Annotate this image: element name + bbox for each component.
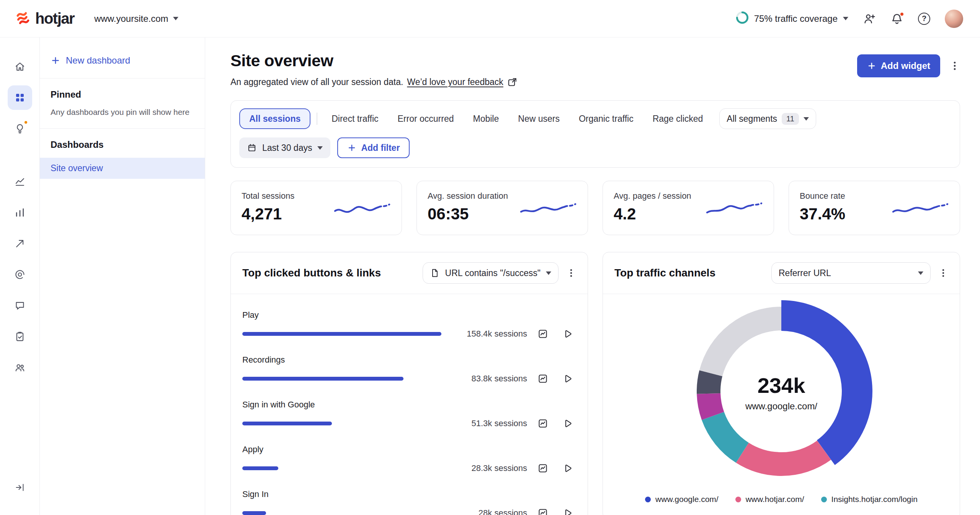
notifications-button[interactable] <box>890 12 903 25</box>
play-recordings-button[interactable] <box>559 459 576 477</box>
external-link-icon <box>507 77 518 87</box>
sessions-count: 28.3k sessions <box>456 463 527 473</box>
bar <box>242 377 403 381</box>
play-recordings-button[interactable] <box>559 504 576 515</box>
sparkline-chart <box>892 195 949 219</box>
stat-value: 06:35 <box>428 205 508 223</box>
page-overflow-menu[interactable] <box>949 60 960 71</box>
feedback-link[interactable]: We’d love your feedback <box>407 77 503 87</box>
site-selector-label: www.yoursite.com <box>94 13 168 24</box>
segment-tab-error-occurred[interactable]: Error occurred <box>388 108 464 129</box>
play-recordings-button[interactable] <box>559 325 576 343</box>
widget-divider <box>603 294 960 294</box>
nav-surveys[interactable] <box>8 324 32 349</box>
nav-heatmaps[interactable] <box>8 262 32 287</box>
plus-icon <box>347 143 356 152</box>
nav-dashboards[interactable] <box>8 85 32 110</box>
all-segments-dropdown[interactable]: All segments 11 <box>719 108 816 129</box>
plus-icon <box>867 61 876 70</box>
dashboards-icon <box>14 92 26 103</box>
date-range-dropdown[interactable]: Last 30 days <box>239 137 330 158</box>
play-recordings-button[interactable] <box>559 370 576 387</box>
segment-tab-all-sessions[interactable]: All sessions <box>239 108 310 129</box>
users-icon <box>14 362 26 373</box>
stat-label: Bounce rate <box>800 191 845 201</box>
page-subtitle: An aggregated view of all your session d… <box>230 77 403 87</box>
sidebar-divider <box>40 128 205 129</box>
add-widget-button[interactable]: Add widget <box>857 54 940 77</box>
nav-funnels[interactable] <box>8 200 32 225</box>
widget-overflow-menu[interactable] <box>566 268 576 278</box>
help-button[interactable]: ? <box>918 13 930 25</box>
widget-traffic-channels: Top traffic channels Referrer URL <box>603 252 960 515</box>
legend-item: www.google.com/ <box>645 495 719 504</box>
invite-user-button[interactable] <box>863 12 876 25</box>
view-heatmap-button[interactable] <box>534 415 552 432</box>
stat-value: 37.4% <box>800 205 845 223</box>
list-item: Play 158.4k sessions <box>242 310 576 343</box>
legend-dot <box>735 497 741 502</box>
segment-tab-organic-traffic[interactable]: Organic traffic <box>569 108 643 129</box>
chevron-down-icon <box>918 271 923 275</box>
kebab-icon <box>949 60 960 71</box>
segment-tab-new-users[interactable]: New users <box>508 108 569 129</box>
collapse-arrow-icon <box>15 482 25 493</box>
funnels-icon <box>14 207 26 218</box>
nav-rail <box>0 38 40 515</box>
chevron-down-icon <box>804 117 809 121</box>
page-title: Site overview <box>230 51 518 70</box>
widget-title: Top clicked buttons & links <box>242 267 381 279</box>
stats-row: Total sessions 4,271 Avg. session durati… <box>230 181 960 235</box>
clicked-element-label: Apply <box>242 445 576 455</box>
main-content: Site overview An aggregated view of all … <box>205 38 980 515</box>
stat-card-session-duration: Avg. session duration 06:35 <box>416 181 588 235</box>
view-heatmap-button[interactable] <box>534 459 552 477</box>
hotjar-logo[interactable]: hotjar <box>15 10 74 28</box>
view-heatmap-button[interactable] <box>534 504 552 515</box>
plus-icon <box>51 56 60 65</box>
traffic-coverage-selector[interactable]: 75% traffic coverage <box>736 11 848 26</box>
add-filter-label: Add filter <box>361 143 400 153</box>
calendar-icon <box>247 143 257 153</box>
nav-trends[interactable] <box>8 169 32 194</box>
chevron-down-icon <box>546 271 551 275</box>
kebab-icon <box>938 268 948 278</box>
url-filter-dropdown[interactable]: URL contains "/success" <box>423 262 559 284</box>
user-avatar[interactable] <box>945 10 963 28</box>
referrer-dropdown[interactable]: Referrer URL <box>771 262 931 284</box>
segment-separator <box>317 113 317 125</box>
collapse-sidebar-button[interactable] <box>8 475 32 500</box>
add-widget-label: Add widget <box>881 60 930 71</box>
topbar: hotjar www.yoursite.com 75% traffic cove… <box>0 0 980 38</box>
trends-icon <box>14 176 26 187</box>
sidebar-item-site-overview[interactable]: Site overview <box>40 158 205 179</box>
nav-feedback[interactable] <box>8 293 32 318</box>
nav-home[interactable] <box>8 54 32 79</box>
segment-tab-direct-traffic[interactable]: Direct traffic <box>322 108 388 129</box>
nav-journeys[interactable] <box>8 231 32 256</box>
widget-overflow-menu[interactable] <box>938 268 948 278</box>
hotjar-app: hotjar www.yoursite.com 75% traffic cove… <box>0 0 980 515</box>
new-dashboard-label: New dashboard <box>66 55 130 66</box>
donut-legend: www.google.com/ www.hotjar.com/ Insights… <box>612 495 951 504</box>
list-item: Recordings 83.8k sessions <box>242 355 576 387</box>
play-icon <box>562 418 573 429</box>
traffic-donut-svg <box>689 299 873 483</box>
play-recordings-button[interactable] <box>559 415 576 432</box>
new-dashboard-button[interactable]: New dashboard <box>51 55 130 66</box>
site-selector[interactable]: www.yoursite.com <box>94 13 178 24</box>
date-range-label: Last 30 days <box>262 143 312 153</box>
nav-highlights[interactable] <box>8 116 32 141</box>
traffic-coverage-label: 75% traffic coverage <box>754 13 838 24</box>
segment-tab-mobile[interactable]: Mobile <box>464 108 509 129</box>
segments-count-badge: 11 <box>782 113 799 125</box>
add-filter-button[interactable]: Add filter <box>337 137 410 158</box>
play-icon <box>562 329 573 339</box>
view-heatmap-button[interactable] <box>534 370 552 387</box>
nav-interviews[interactable] <box>8 355 32 380</box>
view-heatmap-button[interactable] <box>534 325 552 343</box>
dashboards-sidebar: New dashboard Pinned Any dashboards you … <box>40 38 205 515</box>
traffic-ring-icon <box>736 11 749 26</box>
segment-tab-rage-clicked[interactable]: Rage clicked <box>643 108 713 129</box>
bar <box>242 466 278 470</box>
